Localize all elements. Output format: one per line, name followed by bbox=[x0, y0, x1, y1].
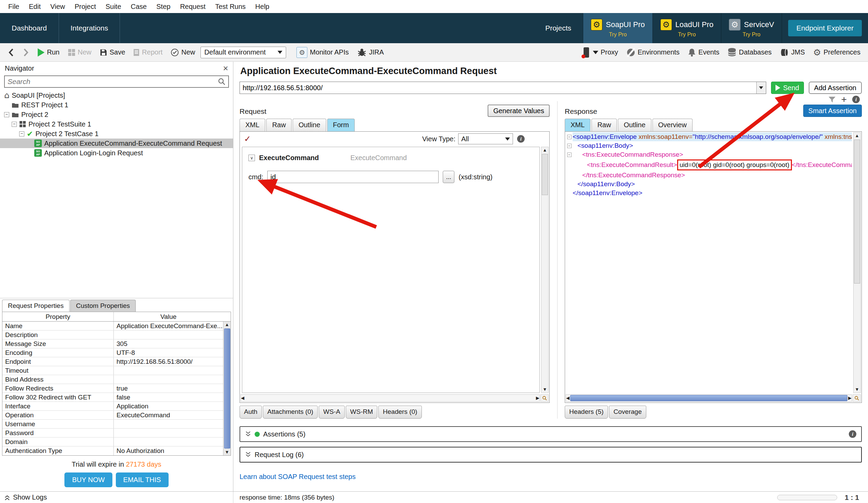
buy-now-button[interactable]: BUY NOW bbox=[64, 472, 112, 487]
properties-scrollbar[interactable]: ▲ ▼ bbox=[223, 322, 231, 455]
environments-button[interactable]: Environments bbox=[624, 47, 682, 58]
report-button[interactable]: Report bbox=[131, 47, 165, 58]
databases-button[interactable]: Databases bbox=[725, 46, 774, 59]
request-horizontal-scrollbar[interactable]: ◀ ▶ bbox=[240, 394, 540, 402]
request-vertical-scrollbar[interactable]: ▲ ▼ bbox=[541, 147, 549, 393]
forward-button[interactable] bbox=[20, 47, 32, 58]
tab-request-properties[interactable]: Request Properties bbox=[2, 300, 70, 312]
tree-item-project-2[interactable]: − Project 2 bbox=[0, 110, 233, 119]
collapse-node-icon[interactable]: − bbox=[567, 135, 571, 139]
menu-edit[interactable]: Edit bbox=[24, 3, 45, 11]
view-type-select[interactable]: All bbox=[458, 133, 513, 144]
tab-xml-response[interactable]: XML bbox=[565, 119, 590, 131]
tree-item-login-request[interactable]: SOAP Application Login-Login Request bbox=[0, 148, 233, 158]
add-assertion-button[interactable]: Add Assertion bbox=[809, 82, 862, 94]
info-icon[interactable]: i bbox=[849, 430, 856, 438]
tree-item-rest-project-1[interactable]: REST Project 1 bbox=[0, 100, 233, 110]
tab-outline-response[interactable]: Outline bbox=[618, 119, 651, 131]
scroll-down-icon[interactable]: ▼ bbox=[225, 449, 229, 455]
menu-test-runs[interactable]: Test Runs bbox=[210, 3, 250, 11]
search-input[interactable] bbox=[8, 78, 218, 86]
send-button[interactable]: Send bbox=[771, 82, 804, 94]
table-row[interactable]: NameApplication ExecuteCommand-Exe... bbox=[2, 322, 231, 331]
tab-headers-response[interactable]: Headers (5) bbox=[565, 406, 608, 419]
table-row[interactable]: Password bbox=[2, 429, 231, 437]
collapse-node-icon[interactable]: − bbox=[567, 153, 571, 157]
menu-suite[interactable]: Suite bbox=[101, 3, 126, 11]
collapse-toggle-icon[interactable]: − bbox=[19, 131, 24, 137]
tab-ws-rm[interactable]: WS-RM bbox=[346, 406, 377, 419]
info-icon[interactable]: i bbox=[517, 135, 525, 143]
collapse-node-icon[interactable]: − bbox=[567, 144, 571, 148]
table-row[interactable]: Message Size305 bbox=[2, 340, 231, 348]
show-logs-button[interactable]: Show Logs bbox=[0, 492, 234, 503]
tab-servicev[interactable]: ⚙ ServiceV Try Pro bbox=[721, 13, 782, 43]
response-horizontal-scrollbar[interactable]: ◀ ▶ bbox=[566, 394, 852, 402]
tab-raw[interactable]: Raw bbox=[266, 119, 292, 131]
run-button[interactable]: Run bbox=[35, 47, 62, 58]
new-button-disabled[interactable]: New bbox=[65, 47, 94, 58]
table-row[interactable]: Endpointhttp://192.168.56.51:8000/ bbox=[2, 357, 231, 366]
scroll-up-icon[interactable]: ▲ bbox=[225, 322, 229, 328]
scroll-down-icon[interactable]: ▼ bbox=[855, 386, 859, 393]
endpoint-explorer-button[interactable]: Endpoint Explorer bbox=[788, 20, 862, 36]
environment-select[interactable]: Default environment bbox=[200, 47, 286, 58]
funnel-icon[interactable] bbox=[828, 96, 836, 103]
table-row[interactable]: Authentication TypeNo Authorization bbox=[2, 446, 231, 455]
assertions-section[interactable]: Assertions (5) i bbox=[239, 426, 862, 442]
tab-custom-properties[interactable]: Custom Properties bbox=[70, 300, 136, 312]
menu-help[interactable]: Help bbox=[250, 3, 274, 11]
proxy-button[interactable]: Proxy bbox=[579, 46, 621, 59]
events-button[interactable]: Events bbox=[685, 47, 722, 58]
smart-assertion-button[interactable]: Smart Assertion bbox=[803, 104, 862, 117]
monitor-apis-button[interactable]: ⚙ Monitor APIs bbox=[294, 46, 351, 59]
tab-dashboard[interactable]: Dashboard bbox=[0, 13, 59, 43]
tab-raw-response[interactable]: Raw bbox=[591, 119, 617, 131]
info-icon[interactable]: i bbox=[852, 95, 860, 103]
zoom-corner-button[interactable] bbox=[540, 394, 549, 402]
collapse-toggle-icon[interactable]: − bbox=[12, 122, 17, 127]
preferences-button[interactable]: ⚙ Preferences bbox=[810, 47, 863, 58]
response-vertical-scrollbar[interactable]: ▲ ▼ bbox=[853, 132, 861, 393]
table-row[interactable]: Domain bbox=[2, 437, 231, 446]
table-row[interactable]: OperationExecuteCommand bbox=[2, 411, 231, 420]
request-log-section[interactable]: Request Log (6) bbox=[239, 447, 862, 463]
tab-overview-response[interactable]: Overview bbox=[652, 119, 693, 131]
tab-auth[interactable]: Auth bbox=[239, 406, 262, 419]
jms-button[interactable]: JMS bbox=[777, 47, 808, 58]
save-button[interactable]: Save bbox=[97, 47, 128, 58]
pane-splitter[interactable] bbox=[550, 94, 565, 419]
tab-attachments[interactable]: Attachments (0) bbox=[263, 406, 318, 419]
back-button[interactable] bbox=[5, 47, 17, 58]
table-row[interactable]: Timeout bbox=[2, 366, 231, 375]
menu-case[interactable]: Case bbox=[126, 3, 152, 11]
learn-soap-link[interactable]: Learn about SOAP Request test steps bbox=[239, 473, 356, 481]
menu-file[interactable]: File bbox=[3, 3, 24, 11]
collapse-section-icon[interactable]: ∨ bbox=[248, 155, 255, 161]
scroll-down-icon[interactable]: ▼ bbox=[543, 386, 547, 393]
tab-xml[interactable]: XML bbox=[239, 119, 265, 131]
tab-ws-a[interactable]: WS-A bbox=[319, 406, 345, 419]
tab-form[interactable]: Form bbox=[327, 119, 355, 131]
menu-project[interactable]: Project bbox=[70, 3, 101, 11]
plus-icon[interactable]: + bbox=[841, 96, 847, 103]
menu-step[interactable]: Step bbox=[152, 3, 175, 11]
email-this-button[interactable]: EMAIL THIS bbox=[116, 472, 168, 487]
tab-integrations[interactable]: Integrations bbox=[59, 13, 120, 43]
menu-request[interactable]: Request bbox=[175, 3, 210, 11]
collapse-toggle-icon[interactable]: − bbox=[4, 112, 9, 117]
tab-soapui-pro[interactable]: ⚙ SoapUI Pro Try Pro bbox=[583, 13, 652, 43]
new-button[interactable]: New bbox=[168, 47, 198, 58]
scroll-up-icon[interactable]: ▲ bbox=[543, 147, 547, 153]
tree-item-workspace[interactable]: ⌂ SoapUI [Projects] bbox=[0, 91, 233, 100]
table-row[interactable]: Username bbox=[2, 420, 231, 429]
zoom-corner-button[interactable] bbox=[852, 394, 861, 402]
menu-view[interactable]: View bbox=[45, 3, 70, 11]
scroll-up-icon[interactable]: ▲ bbox=[855, 133, 859, 139]
table-row[interactable]: Bind Address bbox=[2, 375, 231, 384]
scroll-right-icon[interactable]: ▶ bbox=[536, 395, 539, 401]
tree-item-executecommand-request[interactable]: SOAP Application ExecuteCommand-ExecuteC… bbox=[0, 139, 233, 148]
generate-values-button[interactable]: Generate Values bbox=[488, 104, 550, 117]
scrollbar-thumb[interactable] bbox=[570, 395, 847, 401]
tree-item-testsuite-1[interactable]: − Project 2 TestSuite 1 bbox=[0, 119, 233, 129]
